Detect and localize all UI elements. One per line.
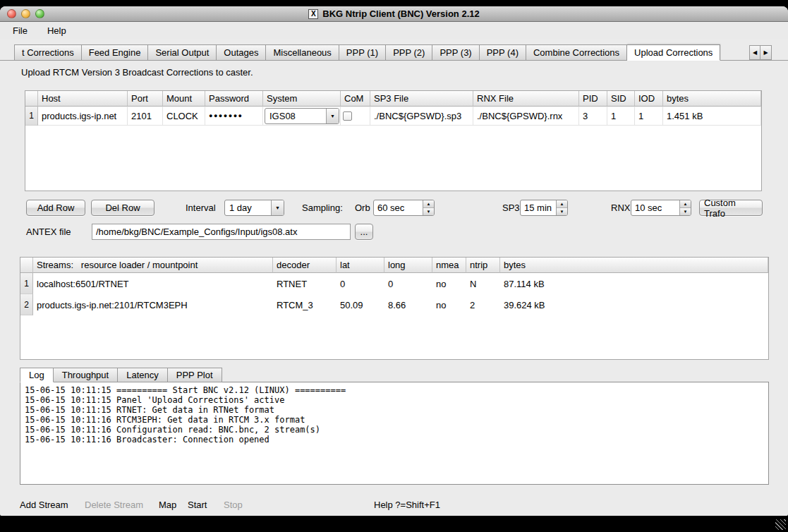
orb-spinbox-value[interactable]: 60 sec	[374, 200, 423, 215]
cell-iod[interactable]: 1	[635, 107, 663, 126]
spin-down-icon[interactable]: ▼	[557, 208, 567, 215]
tab-outages[interactable]: Outages	[217, 44, 266, 61]
add-stream-button[interactable]: Add Stream	[20, 498, 68, 512]
cell-port[interactable]: 2101	[128, 107, 163, 126]
tab-ppp-1[interactable]: PPP (1)	[339, 44, 386, 61]
zoom-button[interactable]	[35, 9, 44, 18]
com-checkbox[interactable]	[343, 111, 352, 121]
upload-table: Host Port Mount Password System CoM SP3 …	[25, 90, 762, 191]
interval-combobox[interactable]: 1 day ▼	[224, 200, 284, 216]
tab-ppp-4[interactable]: PPP (4)	[480, 44, 526, 61]
tab-combine-corrections[interactable]: Combine Corrections	[526, 44, 627, 61]
cell-password[interactable]: ●●●●●●●	[205, 107, 263, 126]
corner-header-cell	[20, 258, 33, 273]
antex-file-label: ANTEX file	[26, 224, 71, 241]
cell-nmea: no	[432, 294, 466, 315]
cell-mountpoint: localhost:6501/RTNET	[33, 273, 273, 294]
tab-miscellaneous[interactable]: Miscellaneous	[266, 44, 339, 61]
log-panel[interactable]: 15-06-15 10:11:15 ========== Start BNC v…	[20, 382, 769, 485]
cell-sid[interactable]: 1	[607, 107, 635, 126]
sp3-spinbox: 15 min ▲ ▼	[520, 200, 568, 216]
log-line: 15-06-15 10:11:15 ========== Start BNC v…	[25, 385, 764, 395]
cell-long: 8.66	[384, 294, 432, 315]
resize-grip[interactable]	[775, 519, 786, 530]
panel-description: Upload RTCM Version 3 Broadcast Correcti…	[21, 67, 253, 78]
tab-upload-corrections[interactable]: Upload Corrections	[627, 44, 720, 61]
start-button[interactable]: Start	[188, 498, 207, 512]
add-row-button[interactable]: Add Row	[26, 200, 85, 216]
upload-table-row[interactable]: 1 products.igs-ip.net 2101 CLOCK ●●●●●●●…	[25, 107, 761, 126]
stream-row[interactable]: 1 localhost:6501/RTNET RTNET 0 0 no N 87…	[20, 273, 768, 294]
row-number: 2	[20, 294, 33, 315]
spin-down-icon[interactable]: ▼	[680, 208, 691, 215]
header-nmea: nmea	[432, 258, 466, 273]
tab-log[interactable]: Log	[20, 368, 54, 382]
system-combobox[interactable]: IGS08 ▼	[265, 108, 339, 124]
header-bytes: bytes	[663, 91, 761, 107]
cell-rnx-file[interactable]: ./BNC${GPSWD}.rnx	[473, 107, 579, 126]
cell-bytes: 87.114 kB	[500, 273, 768, 294]
chevron-down-icon: ▼	[271, 200, 284, 215]
menu-file[interactable]: File	[10, 24, 30, 37]
tab-latency[interactable]: Latency	[118, 368, 168, 382]
log-line: 15-06-15 10:11:16 Broadcaster: Connectio…	[25, 435, 764, 445]
close-button[interactable]	[7, 9, 16, 18]
title-bar[interactable]: X BKG Ntrip Client (BNC) Version 2.12	[0, 6, 788, 22]
log-line: 15-06-15 10:11:15 Panel 'Upload Correcti…	[25, 395, 764, 405]
tab-throughput[interactable]: Throughput	[54, 368, 119, 382]
tab-scroll-right-button[interactable]: ▶	[760, 45, 772, 60]
stop-button[interactable]: Stop	[224, 498, 243, 512]
rnx-label: RNX	[611, 200, 630, 217]
tab-bar: t Corrections Feed Engine Serial Output …	[0, 44, 788, 61]
interval-label: Interval	[186, 200, 216, 217]
streams-table-header-row: Streams: resource loader / mountpoint de…	[20, 258, 768, 273]
header-ntrip: ntrip	[466, 258, 500, 273]
tab-serial-output[interactable]: Serial Output	[148, 44, 217, 61]
delete-stream-button[interactable]: Delete Stream	[85, 498, 143, 512]
antex-row: ANTEX file ...	[0, 224, 788, 241]
tab-feed-engine[interactable]: Feed Engine	[82, 44, 149, 61]
cell-sp3-file[interactable]: ./BNC${GPSWD}.sp3	[370, 107, 473, 126]
traffic-lights	[7, 9, 44, 18]
cell-pid[interactable]: 3	[579, 107, 607, 126]
cell-system: IGS08 ▼	[263, 107, 341, 126]
del-row-button[interactable]: Del Row	[91, 200, 154, 216]
minimize-button[interactable]	[21, 9, 30, 18]
interval-value: 1 day	[225, 202, 271, 213]
header-mount: Mount	[163, 91, 205, 107]
header-rnx-file: RNX File	[473, 91, 579, 107]
spin-down-icon[interactable]: ▼	[423, 208, 434, 215]
cell-ntrip: 2	[466, 294, 500, 315]
header-mountpoint: Streams: resource loader / mountpoint	[33, 258, 273, 273]
cell-nmea: no	[432, 273, 466, 294]
cell-mountpoint: products.igs-ip.net:2101/RTCM3EPH	[33, 294, 273, 315]
upload-table-header-row: Host Port Mount Password System CoM SP3 …	[25, 91, 761, 107]
cell-decoder: RTCM_3	[273, 294, 337, 315]
chevron-right-icon: ▶	[763, 49, 768, 56]
cell-lat: 0	[337, 273, 384, 294]
tab-broadcast-corrections[interactable]: t Corrections	[14, 44, 82, 61]
cell-bytes: 1.451 kB	[663, 107, 761, 126]
tab-ppp-3[interactable]: PPP (3)	[432, 44, 479, 61]
antex-browse-button[interactable]: ...	[355, 224, 373, 240]
antex-file-input[interactable]	[92, 224, 351, 240]
spin-up-icon[interactable]: ▲	[680, 200, 691, 208]
sp3-spinbox-value[interactable]: 15 min	[521, 200, 556, 215]
menu-help[interactable]: Help	[44, 24, 69, 37]
stream-row[interactable]: 2 products.igs-ip.net:2101/RTCM3EPH RTCM…	[20, 294, 768, 315]
bottom-action-bar: Add Stream Delete Stream Map Start Stop …	[0, 498, 788, 512]
tab-ppp-2[interactable]: PPP (2)	[386, 44, 432, 61]
tab-scroll-left-button[interactable]: ◀	[749, 45, 760, 60]
map-button[interactable]: Map	[159, 498, 176, 512]
bnc-window: X BKG Ntrip Client (BNC) Version 2.12 Fi…	[0, 6, 788, 516]
spin-up-icon[interactable]: ▲	[423, 200, 434, 208]
cell-host[interactable]: products.igs-ip.net	[38, 107, 128, 126]
system-combobox-value: IGS08	[265, 111, 326, 121]
cell-mount[interactable]: CLOCK	[163, 107, 205, 126]
tab-ppp-plot[interactable]: PPP Plot	[168, 368, 222, 382]
spin-up-icon[interactable]: ▲	[557, 200, 567, 208]
header-password: Password	[205, 91, 263, 107]
header-sid: SID	[607, 91, 635, 107]
rnx-spinbox-value[interactable]: 10 sec	[631, 200, 679, 215]
custom-trafo-button[interactable]: Custom Trafo	[699, 200, 763, 216]
